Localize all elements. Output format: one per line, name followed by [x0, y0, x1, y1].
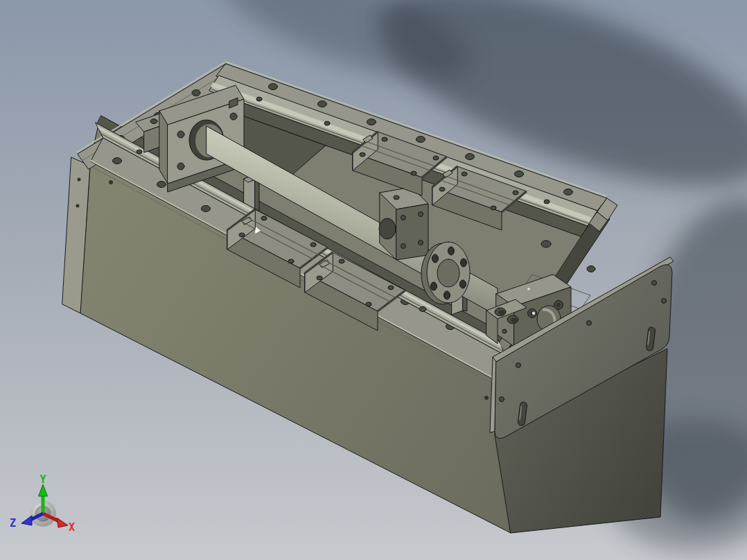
axis-x-label: X — [69, 521, 75, 534]
flange-support[interactable] — [421, 242, 470, 304]
cad-viewport[interactable]: Y X Z — [0, 0, 747, 560]
nut-housing-block[interactable] — [379, 187, 428, 260]
axis-y-label: Y — [39, 473, 46, 486]
axis-z-label: Z — [10, 517, 16, 530]
